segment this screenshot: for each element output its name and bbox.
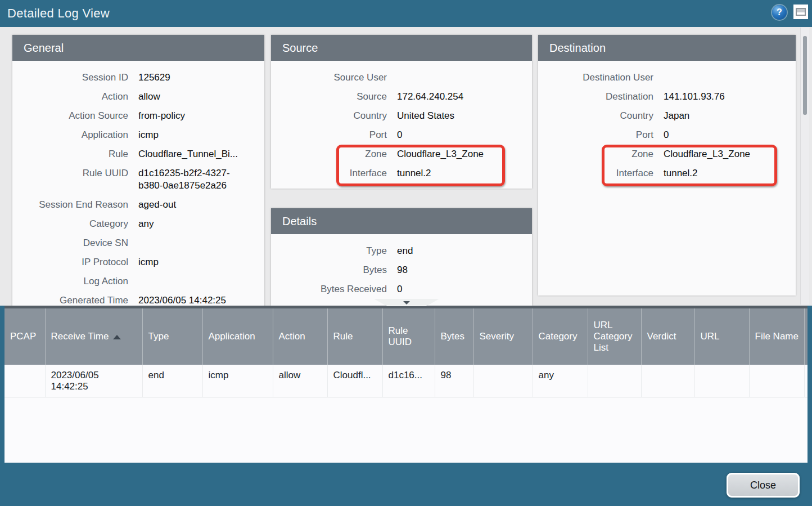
field-source-interface: Interfacetunnel.2	[271, 164, 532, 183]
field-source-country: CountryUnited States	[271, 106, 532, 126]
general-panel-header: General	[12, 35, 264, 61]
detail-pane: General Session ID125629 Actionallow Act…	[0, 27, 812, 306]
source-panel-header: Source	[271, 35, 532, 61]
details-panel: Details Typeend Bytes98 Bytes Received0	[271, 208, 532, 306]
column-header-file-name[interactable]: File Name	[749, 308, 804, 365]
detail-pane-scrollbar[interactable]	[800, 28, 809, 305]
scrollbar-thumb[interactable]	[803, 36, 807, 115]
details-panel-body: Typeend Bytes98 Bytes Received0	[271, 234, 532, 306]
field-category: Categoryany	[12, 214, 264, 234]
field-log-action: Log Action	[12, 272, 264, 291]
field-session-id: Session ID125629	[12, 68, 264, 87]
log-table: PCAP Receive Time Type Application Actio…	[4, 308, 808, 397]
field-ip-protocol: IP Protocolicmp	[12, 253, 264, 272]
column-header-type[interactable]: Type	[142, 308, 202, 365]
field-rule-uuid: Rule UUIDd1c16235-b2f2-4327-b380-0ae1875…	[12, 164, 264, 195]
column-header-rule[interactable]: Rule	[327, 308, 382, 365]
column-header-receive-time[interactable]: Receive Time	[45, 308, 142, 365]
column-header-filler	[804, 308, 808, 365]
destination-panel-body: Destination User Destination141.101.93.7…	[538, 61, 796, 295]
log-table-row[interactable]: 2023/06/05 14:42:25 end icmp allow Cloud…	[4, 365, 808, 397]
cell-severity	[473, 365, 533, 397]
column-header-severity[interactable]: Severity	[473, 308, 533, 365]
column-header-verdict[interactable]: Verdict	[641, 308, 694, 365]
field-generated-time: Generated Time2023/06/05 14:42:25	[12, 291, 264, 306]
sort-ascending-icon	[113, 335, 121, 339]
general-panel-body: Session ID125629 Actionallow Action Sour…	[12, 61, 264, 306]
column-header-category[interactable]: Category	[533, 308, 588, 365]
column-header-url[interactable]: URL	[694, 308, 749, 365]
dialog-title: Detailed Log View	[7, 0, 110, 27]
cell-type: end	[142, 365, 202, 397]
destination-panel: Destination Destination User Destination…	[538, 35, 796, 295]
close-button[interactable]: Close	[727, 473, 800, 498]
field-source-user: Source User	[271, 68, 532, 87]
log-table-header-row: PCAP Receive Time Type Application Actio…	[4, 308, 808, 365]
field-device-sn: Device SN	[12, 234, 264, 253]
column-header-rule-uuid[interactable]: Rule UUID	[382, 308, 435, 365]
general-panel: General Session ID125629 Actionallow Act…	[12, 35, 264, 306]
column-header-pcap[interactable]: PCAP	[4, 308, 45, 365]
field-destination: Destination141.101.93.76	[538, 87, 796, 106]
cell-application: icmp	[202, 365, 273, 397]
field-application: Applicationicmp	[12, 126, 264, 145]
cell-filler	[804, 365, 808, 397]
cell-receive-time: 2023/06/05 14:42:25	[45, 365, 142, 397]
window-restore-icon[interactable]	[793, 5, 808, 19]
help-icon[interactable]: ?	[772, 5, 787, 20]
cell-verdict	[641, 365, 694, 397]
column-header-bytes[interactable]: Bytes	[435, 308, 473, 365]
field-action: Actionallow	[12, 87, 264, 106]
details-panel-header: Details	[271, 208, 532, 234]
cell-url-category-list	[588, 365, 641, 397]
cell-file-name	[749, 365, 804, 397]
field-source: Source172.64.240.254	[271, 87, 532, 106]
field-destination-port: Port0	[538, 126, 796, 145]
field-source-port: Port0	[271, 126, 532, 145]
source-panel: Source Source User Source172.64.240.254 …	[271, 35, 532, 189]
cell-pcap	[4, 365, 45, 397]
chevron-down-icon	[403, 301, 410, 305]
field-source-zone: ZoneCloudflare_L3_Zone	[271, 145, 532, 164]
column-header-application[interactable]: Application	[202, 308, 273, 365]
cell-action: allow	[273, 365, 327, 397]
field-bytes: Bytes98	[271, 261, 532, 280]
field-rule: RuleCloudflare_Tunnel_Bi...	[12, 145, 264, 164]
destination-panel-header: Destination	[538, 35, 796, 61]
cell-url	[694, 365, 749, 397]
field-session-end-reason: Session End Reasonaged-out	[12, 195, 264, 214]
cell-rule: Cloudfl...	[327, 365, 382, 397]
column-header-action[interactable]: Action	[273, 308, 327, 365]
cell-category: any	[533, 365, 588, 397]
column-header-url-category-list[interactable]: URL Category List	[588, 308, 641, 365]
field-destination-user: Destination User	[538, 68, 796, 87]
field-destination-zone: ZoneCloudflare_L3_Zone	[538, 145, 796, 164]
field-action-source: Action Sourcefrom-policy	[12, 106, 264, 126]
window-glyph	[796, 8, 806, 16]
field-bytes-received: Bytes Received0	[271, 280, 532, 299]
field-type: Typeend	[271, 241, 532, 261]
source-panel-body: Source User Source172.64.240.254 Country…	[271, 61, 532, 189]
field-destination-country: CountryJapan	[538, 106, 796, 126]
cell-rule-uuid: d1c16...	[382, 365, 435, 397]
cell-bytes: 98	[435, 365, 473, 397]
field-destination-interface: Interfacetunnel.2	[538, 164, 796, 183]
dialog-titlebar: Detailed Log View ?	[0, 0, 812, 27]
log-table-section: PCAP Receive Time Type Application Actio…	[4, 306, 808, 463]
